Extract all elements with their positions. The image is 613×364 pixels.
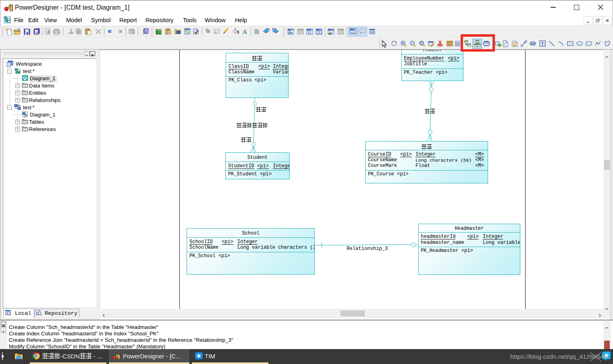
svg-text:?: ? bbox=[145, 31, 147, 35]
svg-text:A: A bbox=[243, 29, 247, 35]
svg-text:T: T bbox=[541, 42, 544, 46]
svg-text:F: F bbox=[78, 31, 80, 33]
